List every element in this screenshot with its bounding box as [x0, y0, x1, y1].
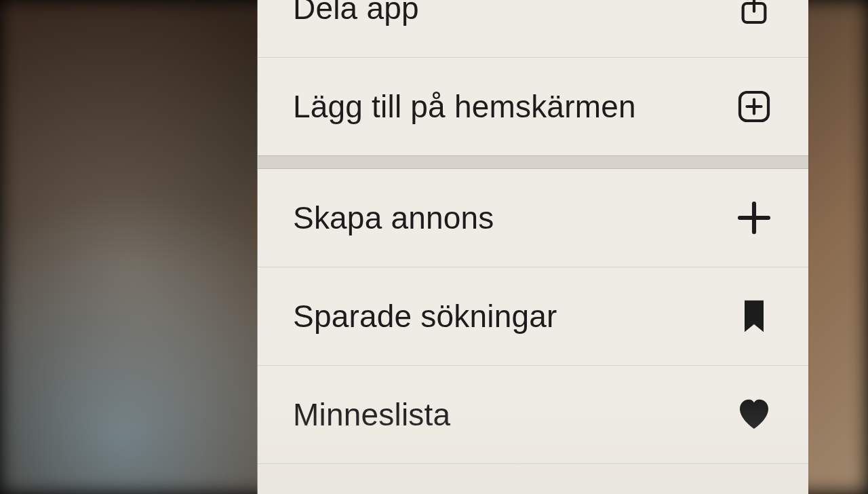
heart-icon	[735, 396, 773, 434]
context-menu-sheet: Dela app Lägg till på hemskärmen	[258, 0, 808, 494]
menu-item-add-to-homescreen[interactable]: Lägg till på hemskärmen	[258, 57, 808, 155]
menu-item-label: Dela app	[293, 0, 419, 26]
menu-item-create-ad[interactable]: Skapa annons	[258, 169, 808, 267]
menu-item-share-app[interactable]: Dela app	[258, 0, 808, 57]
menu-item-label: Skapa annons	[293, 200, 494, 236]
unknown-icon	[735, 472, 773, 494]
bookmark-icon	[735, 297, 773, 335]
plus-icon	[735, 199, 773, 237]
menu-item-next-partial[interactable]	[258, 463, 808, 494]
menu-item-label: Minneslista	[293, 396, 450, 433]
menu-item-label: Lägg till på hemskärmen	[293, 88, 636, 125]
menu-item-saved-searches[interactable]: Sparade sökningar	[258, 267, 808, 365]
section-separator	[258, 155, 808, 169]
share-icon	[735, 0, 773, 27]
add-to-home-icon	[735, 88, 773, 126]
menu-item-wishlist[interactable]: Minneslista	[258, 365, 808, 463]
menu-item-label: Sparade sökningar	[293, 298, 557, 335]
